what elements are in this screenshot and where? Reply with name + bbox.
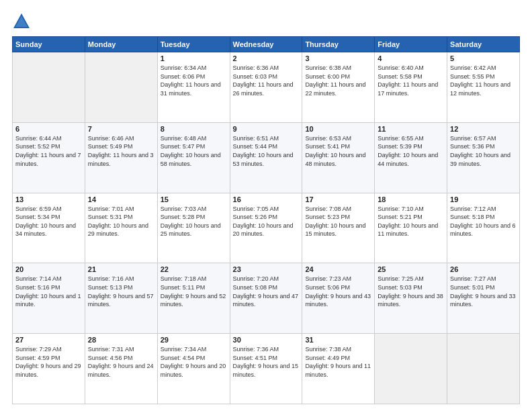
- day-info: Sunrise: 6:46 AM Sunset: 5:49 PM Dayligh…: [88, 134, 154, 168]
- weekday-header: Wednesday: [230, 37, 302, 52]
- day-info: Sunrise: 6:44 AM Sunset: 5:52 PM Dayligh…: [15, 134, 82, 168]
- day-info: Sunrise: 7:03 AM Sunset: 5:28 PM Dayligh…: [161, 205, 227, 238]
- weekday-header: Monday: [85, 37, 157, 52]
- day-number: 8: [161, 125, 227, 133]
- calendar-cell: 24Sunrise: 7:23 AM Sunset: 5:06 PM Dayli…: [302, 263, 375, 334]
- day-number: 24: [305, 265, 371, 273]
- day-info: Sunrise: 7:20 AM Sunset: 5:08 PM Dayligh…: [233, 275, 300, 308]
- weekday-header-row: SundayMondayTuesdayWednesdayThursdayFrid…: [13, 37, 520, 52]
- calendar-cell: [13, 52, 85, 123]
- calendar-cell: 30Sunrise: 7:36 AM Sunset: 4:51 PM Dayli…: [230, 334, 302, 404]
- calendar-cell: 1Sunrise: 6:34 AM Sunset: 6:06 PM Daylig…: [157, 52, 230, 123]
- calendar-cell: 14Sunrise: 7:01 AM Sunset: 5:31 PM Dayli…: [85, 193, 157, 263]
- day-info: Sunrise: 6:48 AM Sunset: 5:47 PM Dayligh…: [161, 134, 227, 168]
- day-info: Sunrise: 6:55 AM Sunset: 5:39 PM Dayligh…: [378, 134, 444, 168]
- calendar-cell: 19Sunrise: 7:12 AM Sunset: 5:18 PM Dayli…: [447, 193, 520, 263]
- calendar-cell: 21Sunrise: 7:16 AM Sunset: 5:13 PM Dayli…: [85, 263, 157, 334]
- day-info: Sunrise: 6:36 AM Sunset: 6:03 PM Dayligh…: [233, 64, 300, 97]
- weekday-header: Tuesday: [157, 37, 230, 52]
- day-number: 22: [161, 265, 227, 273]
- day-number: 6: [15, 125, 82, 133]
- day-info: Sunrise: 7:05 AM Sunset: 5:26 PM Dayligh…: [233, 205, 300, 238]
- calendar-cell: 3Sunrise: 6:38 AM Sunset: 6:00 PM Daylig…: [302, 52, 375, 123]
- calendar-cell: 26Sunrise: 7:27 AM Sunset: 5:01 PM Dayli…: [447, 263, 520, 334]
- calendar-cell: 28Sunrise: 7:31 AM Sunset: 4:56 PM Dayli…: [85, 334, 157, 404]
- calendar-cell: 15Sunrise: 7:03 AM Sunset: 5:28 PM Dayli…: [157, 193, 230, 263]
- day-info: Sunrise: 6:38 AM Sunset: 6:00 PM Dayligh…: [305, 64, 371, 97]
- calendar-cell: 4Sunrise: 6:40 AM Sunset: 5:58 PM Daylig…: [375, 52, 447, 123]
- day-info: Sunrise: 7:38 AM Sunset: 4:49 PM Dayligh…: [305, 345, 371, 379]
- day-number: 10: [305, 125, 371, 133]
- day-info: Sunrise: 7:18 AM Sunset: 5:11 PM Dayligh…: [161, 275, 227, 308]
- calendar-cell: 10Sunrise: 6:53 AM Sunset: 5:41 PM Dayli…: [302, 122, 375, 193]
- calendar-week-row: 27Sunrise: 7:29 AM Sunset: 4:59 PM Dayli…: [13, 334, 520, 404]
- day-info: Sunrise: 7:16 AM Sunset: 5:13 PM Dayligh…: [88, 275, 154, 308]
- calendar-cell: 25Sunrise: 7:25 AM Sunset: 5:03 PM Dayli…: [375, 263, 447, 334]
- day-info: Sunrise: 6:51 AM Sunset: 5:44 PM Dayligh…: [233, 134, 300, 168]
- day-info: Sunrise: 6:59 AM Sunset: 5:34 PM Dayligh…: [15, 205, 82, 238]
- day-number: 14: [88, 195, 154, 203]
- day-number: 20: [15, 265, 82, 273]
- day-info: Sunrise: 6:34 AM Sunset: 6:06 PM Dayligh…: [161, 64, 227, 97]
- logo-icon: [12, 12, 31, 31]
- calendar-week-row: 1Sunrise: 6:34 AM Sunset: 6:06 PM Daylig…: [13, 52, 520, 123]
- day-number: 19: [450, 195, 517, 203]
- day-info: Sunrise: 7:34 AM Sunset: 4:54 PM Dayligh…: [161, 345, 227, 379]
- day-number: 1: [161, 54, 227, 62]
- calendar-cell: 2Sunrise: 6:36 AM Sunset: 6:03 PM Daylig…: [230, 52, 302, 123]
- day-number: 11: [378, 125, 444, 133]
- weekday-header: Friday: [375, 37, 447, 52]
- day-number: 17: [305, 195, 371, 203]
- day-info: Sunrise: 7:25 AM Sunset: 5:03 PM Dayligh…: [378, 275, 444, 308]
- day-info: Sunrise: 7:12 AM Sunset: 5:18 PM Dayligh…: [450, 205, 517, 238]
- calendar-cell: 13Sunrise: 6:59 AM Sunset: 5:34 PM Dayli…: [13, 193, 85, 263]
- day-number: 23: [233, 265, 300, 273]
- calendar-cell: 20Sunrise: 7:14 AM Sunset: 5:16 PM Dayli…: [13, 263, 85, 334]
- day-number: 30: [233, 336, 300, 344]
- header: [12, 12, 520, 31]
- day-info: Sunrise: 7:27 AM Sunset: 5:01 PM Dayligh…: [450, 275, 517, 308]
- calendar-cell: 23Sunrise: 7:20 AM Sunset: 5:08 PM Dayli…: [230, 263, 302, 334]
- day-number: 25: [378, 265, 444, 273]
- day-number: 12: [450, 125, 517, 133]
- calendar-cell: 8Sunrise: 6:48 AM Sunset: 5:47 PM Daylig…: [157, 122, 230, 193]
- calendar-week-row: 13Sunrise: 6:59 AM Sunset: 5:34 PM Dayli…: [13, 193, 520, 263]
- calendar-cell: 6Sunrise: 6:44 AM Sunset: 5:52 PM Daylig…: [13, 122, 85, 193]
- calendar-week-row: 20Sunrise: 7:14 AM Sunset: 5:16 PM Dayli…: [13, 263, 520, 334]
- day-number: 29: [161, 336, 227, 344]
- day-number: 9: [233, 125, 300, 133]
- day-number: 21: [88, 265, 154, 273]
- day-number: 3: [305, 54, 371, 62]
- day-info: Sunrise: 6:53 AM Sunset: 5:41 PM Dayligh…: [305, 134, 371, 168]
- day-info: Sunrise: 7:23 AM Sunset: 5:06 PM Dayligh…: [305, 275, 371, 308]
- day-number: 16: [233, 195, 300, 203]
- calendar-week-row: 6Sunrise: 6:44 AM Sunset: 5:52 PM Daylig…: [13, 122, 520, 193]
- calendar-cell: 18Sunrise: 7:10 AM Sunset: 5:21 PM Dayli…: [375, 193, 447, 263]
- day-number: 13: [15, 195, 82, 203]
- page: SundayMondayTuesdayWednesdayThursdayFrid…: [0, 0, 532, 411]
- day-number: 4: [378, 54, 444, 62]
- day-number: 15: [161, 195, 227, 203]
- day-info: Sunrise: 7:36 AM Sunset: 4:51 PM Dayligh…: [233, 345, 300, 379]
- weekday-header: Thursday: [302, 37, 375, 52]
- day-number: 26: [450, 265, 517, 273]
- day-number: 5: [450, 54, 517, 62]
- day-number: 2: [233, 54, 300, 62]
- calendar-cell: 17Sunrise: 7:08 AM Sunset: 5:23 PM Dayli…: [302, 193, 375, 263]
- calendar-cell: [85, 52, 157, 123]
- day-info: Sunrise: 6:42 AM Sunset: 5:55 PM Dayligh…: [450, 64, 517, 97]
- day-number: 28: [88, 336, 154, 344]
- day-info: Sunrise: 7:29 AM Sunset: 4:59 PM Dayligh…: [15, 345, 82, 379]
- calendar-cell: [375, 334, 447, 404]
- day-info: Sunrise: 6:57 AM Sunset: 5:36 PM Dayligh…: [450, 134, 517, 168]
- day-number: 27: [15, 336, 82, 344]
- calendar-cell: 5Sunrise: 6:42 AM Sunset: 5:55 PM Daylig…: [447, 52, 520, 123]
- calendar-table: SundayMondayTuesdayWednesdayThursdayFrid…: [12, 36, 520, 404]
- day-number: 7: [88, 125, 154, 133]
- day-number: 18: [378, 195, 444, 203]
- calendar-cell: 22Sunrise: 7:18 AM Sunset: 5:11 PM Dayli…: [157, 263, 230, 334]
- day-number: 31: [305, 336, 371, 344]
- day-info: Sunrise: 7:08 AM Sunset: 5:23 PM Dayligh…: [305, 205, 371, 238]
- weekday-header: Sunday: [13, 37, 85, 52]
- day-info: Sunrise: 7:10 AM Sunset: 5:21 PM Dayligh…: [378, 205, 444, 238]
